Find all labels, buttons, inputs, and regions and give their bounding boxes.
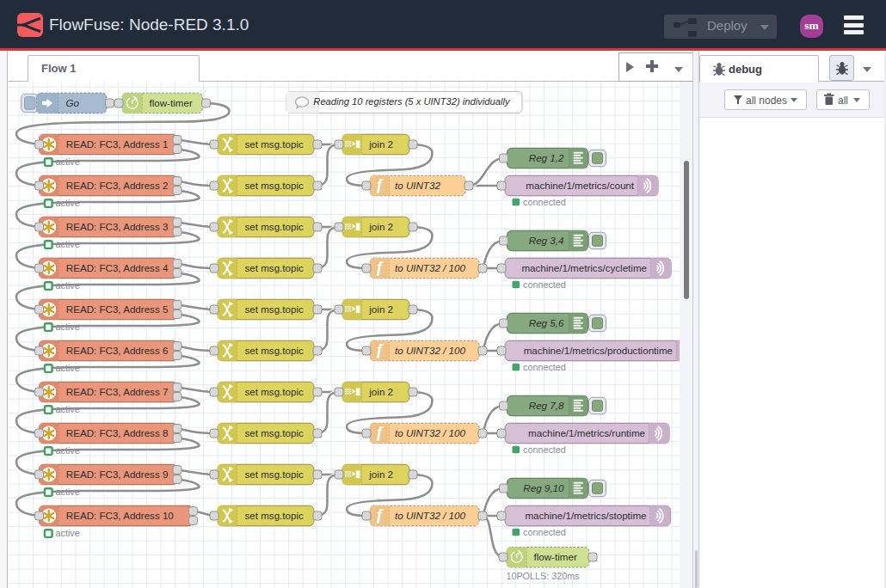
svg-text:active: active xyxy=(56,156,80,167)
svg-text:set msg.topic: set msg.topic xyxy=(245,303,305,315)
svg-text:Reg 7,8: Reg 7,8 xyxy=(529,400,564,411)
svg-text:active: active xyxy=(56,239,80,249)
svg-text:set msg.topic: set msg.topic xyxy=(245,386,305,397)
svg-text:all: all xyxy=(838,95,848,107)
svg-text:set msg.topic: set msg.topic xyxy=(245,427,305,438)
svg-text:active: active xyxy=(56,322,80,332)
svg-text:Reading 10 registers (5 x UINT: Reading 10 registers (5 x UINT32) indivi… xyxy=(313,96,511,107)
svg-text:Reg 3,4: Reg 3,4 xyxy=(529,235,564,246)
svg-text:set msg.topic: set msg.topic xyxy=(245,262,305,273)
svg-text:to UINT32: to UINT32 xyxy=(395,180,440,191)
svg-text:READ: FC3, Address 5: READ: FC3, Address 5 xyxy=(66,303,169,315)
svg-text:READ: FC3, Address 4: READ: FC3, Address 4 xyxy=(66,262,169,273)
svg-text:active: active xyxy=(56,404,80,414)
svg-text:machine/1/metrics/productionti: machine/1/metrics/productiontime xyxy=(524,345,673,356)
svg-text:connected: connected xyxy=(523,279,566,290)
svg-text:Reg 9,10: Reg 9,10 xyxy=(523,482,564,493)
svg-text:to UINT32 / 100: to UINT32 / 100 xyxy=(395,510,465,521)
svg-text:READ: FC3, Address 3: READ: FC3, Address 3 xyxy=(66,221,169,232)
svg-text:READ: FC3, Address 7: READ: FC3, Address 7 xyxy=(66,386,169,397)
svg-text:connected: connected xyxy=(523,362,566,372)
svg-text:10POLLS: 320ms: 10POLLS: 320ms xyxy=(506,571,580,581)
svg-text:to UINT32 / 100: to UINT32 / 100 xyxy=(395,262,465,273)
svg-text:all nodes: all nodes xyxy=(746,95,787,107)
svg-text:set msg.topic: set msg.topic xyxy=(245,221,305,232)
svg-text:machine/1/metrics/stoptime: machine/1/metrics/stoptime xyxy=(525,510,646,521)
svg-text:set msg.topic: set msg.topic xyxy=(245,138,305,150)
svg-text:set msg.topic: set msg.topic xyxy=(245,469,305,480)
svg-text:active: active xyxy=(56,528,80,538)
svg-text:READ: FC3, Address 1: READ: FC3, Address 1 xyxy=(66,138,169,150)
svg-text:set msg.topic: set msg.topic xyxy=(245,510,305,521)
svg-text:READ: FC3, Address 10: READ: FC3, Address 10 xyxy=(66,510,174,521)
svg-text:join 2: join 2 xyxy=(368,138,393,150)
svg-text:active: active xyxy=(56,445,80,456)
svg-text:connected: connected xyxy=(523,197,566,207)
svg-text:active: active xyxy=(56,363,80,373)
svg-text:Go: Go xyxy=(66,97,80,108)
svg-text:set msg.topic: set msg.topic xyxy=(245,345,305,356)
svg-text:join 2: join 2 xyxy=(368,303,393,315)
svg-text:join 2: join 2 xyxy=(368,221,393,232)
svg-text:machine/1/metrics/count: machine/1/metrics/count xyxy=(526,180,634,191)
svg-text:flow-timer: flow-timer xyxy=(534,551,577,562)
svg-text:Reg 5,6: Reg 5,6 xyxy=(529,317,564,328)
svg-text:READ: FC3, Address 6: READ: FC3, Address 6 xyxy=(66,345,169,356)
svg-text:join 2: join 2 xyxy=(368,469,393,480)
svg-text:active: active xyxy=(56,280,80,291)
svg-text:READ: FC3, Address 8: READ: FC3, Address 8 xyxy=(66,427,169,438)
svg-text:active: active xyxy=(56,487,80,497)
svg-text:flow-timer: flow-timer xyxy=(150,97,193,108)
svg-text:machine/1/metrics/runtime: machine/1/metrics/runtime xyxy=(528,427,645,438)
svg-text:to UINT32 / 100: to UINT32 / 100 xyxy=(395,345,465,356)
svg-text:READ: FC3, Address 9: READ: FC3, Address 9 xyxy=(66,469,169,480)
svg-text:READ: FC3, Address 2: READ: FC3, Address 2 xyxy=(66,180,169,191)
svg-text:connected: connected xyxy=(523,527,566,537)
svg-text:active: active xyxy=(56,198,80,208)
svg-text:connected: connected xyxy=(523,444,566,455)
svg-text:machine/1/metrics/cycletime: machine/1/metrics/cycletime xyxy=(521,262,647,273)
svg-text:join 2: join 2 xyxy=(368,386,393,397)
svg-text:to UINT32 / 100: to UINT32 / 100 xyxy=(395,427,465,438)
svg-text:set msg.topic: set msg.topic xyxy=(245,180,305,191)
svg-text:Reg 1,2: Reg 1,2 xyxy=(529,152,564,163)
